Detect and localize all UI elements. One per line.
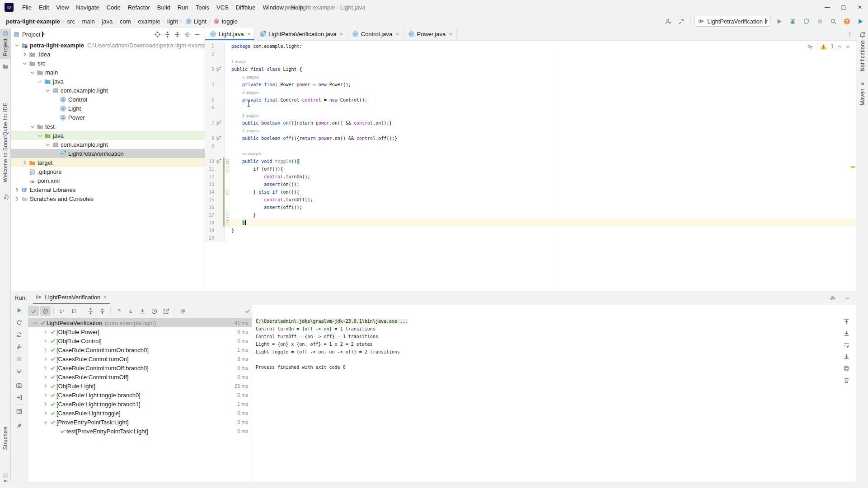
breadcrumb-item[interactable]: src [66,17,76,26]
editor-tab[interactable]: CLightPetraVerification.java✕ [255,28,347,40]
menu-vcs[interactable]: VCS [213,0,232,14]
editor-content[interactable]: 1package com.example.light;21 usage3publ… [205,41,856,291]
menu-view[interactable]: View [52,0,72,14]
chevron-down-icon[interactable]: ▾ [42,32,43,37]
code-line[interactable]: private final Control control = new Cont… [230,96,856,104]
menu-window[interactable]: Window [259,0,287,14]
code-line[interactable]: control.turnOff(); [230,196,856,204]
breadcrumb-item[interactable]: example [136,17,161,26]
notifications-bell-icon[interactable] [857,32,868,38]
code-line[interactable]: assert(on()); [230,181,856,188]
test-tree-row[interactable]: [ObjRule:Control]0 ms [28,336,252,345]
collapse-all-button[interactable] [97,306,108,316]
screenshot-button[interactable] [15,381,23,389]
code-line[interactable] [230,234,856,242]
close-icon[interactable]: ✕ [247,32,251,37]
project-tree-row[interactable]: petra-light-exampleC:\Users\admin\Downlo… [11,41,205,50]
project-tree-row[interactable]: test [11,122,205,131]
code-line[interactable]: 4 usages [230,88,856,96]
close-icon[interactable]: ✕ [339,32,343,37]
code-line[interactable]: 2 usages [230,112,856,119]
diffblue-gutter-icon[interactable] [215,135,222,142]
run-button[interactable] [774,16,784,26]
project-tree-row[interactable]: src [11,59,205,68]
editor-tab[interactable]: CPower.java✕ [404,28,457,40]
code-line[interactable]: no usages [230,150,856,158]
usage-annotation[interactable]: 4 usages [242,90,259,95]
test-tree-row[interactable]: [ProveEntryPointTask:Light]0 ms [28,418,252,427]
project-tree-row[interactable]: Scratches and Consoles [11,194,205,203]
usage-annotation[interactable]: 1 usage [231,60,246,64]
project-tree-row[interactable]: com.example.light [11,86,205,95]
menu-diffblue[interactable]: Diffblue [232,0,259,14]
show-passed-button[interactable] [28,306,39,316]
print-button[interactable] [843,365,850,372]
breadcrumb-item[interactable]: java [100,17,114,26]
diffblue-button[interactable] [855,16,865,26]
hammer-button[interactable] [676,16,686,26]
code-line[interactable]: } [230,219,856,227]
menu-file[interactable]: File [19,0,35,14]
diffblue-gutter-icon[interactable] [215,65,222,73]
hide-button[interactable] [192,29,202,39]
hide-button[interactable] [842,293,852,303]
chevron-right-icon[interactable] [14,187,20,193]
editor-tab[interactable]: CLight.java✕ [205,28,255,40]
fold-marker-icon[interactable] [225,219,230,227]
project-tree-row[interactable]: com.example.light [11,140,205,149]
sidebar-item-sonarqube[interactable]: Welcome to SonarQube for IDE [2,102,9,184]
diffblue-gutter-icon[interactable] [215,158,222,165]
folder-stripe-icon[interactable] [0,63,10,70]
tab-options-icon[interactable]: ⋮ [847,31,853,37]
code-line[interactable] [230,142,856,150]
rerun-button[interactable] [15,307,23,314]
test-tree-row[interactable]: [CaseRule:Light:toggle:branch0]5 ms [28,390,252,400]
menu-tools[interactable]: Tools [192,0,213,14]
usage-annotation[interactable]: no usages [242,152,261,156]
code-line[interactable]: private final Power power = new Power(); [230,81,856,88]
sort-alphabetically-button[interactable]: a [56,306,67,316]
project-header-title[interactable]: Project [22,31,40,38]
stop-button[interactable] [815,16,825,26]
inspections-icon[interactable] [807,43,814,50]
chevron-right-icon[interactable] [42,365,49,371]
code-line[interactable]: } [230,211,856,219]
expand-all-button[interactable] [162,29,172,39]
fold-marker-icon[interactable] [225,211,230,219]
close-icon[interactable]: ✕ [103,295,107,300]
code-line[interactable]: 2 usages [230,73,856,81]
code-line[interactable]: } else if (on()){ [230,188,856,196]
chevron-down-icon[interactable] [37,79,43,84]
chevron-right-icon[interactable] [42,383,49,389]
code-line[interactable] [230,50,856,58]
chevron-down-icon[interactable] [29,124,36,130]
test-tree-row[interactable]: LightPetraVerification(com.example.light… [28,318,252,327]
project-tree-row[interactable]: .idea [11,50,205,59]
scroll-down-button[interactable] [843,330,850,337]
usage-annotation[interactable]: 2 usages [242,75,259,79]
breadcrumb-item[interactable]: petra-light-example [5,17,61,26]
chevron-down-icon[interactable] [44,142,51,148]
rerun-failed-button[interactable] [15,319,23,326]
chevron-right-icon[interactable] [42,392,49,398]
fold-marker-icon[interactable] [225,158,230,165]
test-tree-row[interactable]: [CasesRule:Control:turnOff]0 ms [28,372,252,381]
paw-button[interactable] [15,367,23,375]
stop-button[interactable] [15,355,23,363]
project-tree-row[interactable]: CLightPetraVerification [11,149,205,158]
editor-tab[interactable]: CControl.java✕ [347,28,404,40]
code-line[interactable]: public void toggle(){ [230,158,856,165]
minimize-button[interactable]: — [819,0,835,14]
prev-warning-icon[interactable] [836,44,842,50]
coverage-button[interactable] [801,16,811,26]
breadcrumb-item[interactable]: CLight [184,17,208,26]
project-tree-row[interactable]: target [11,158,205,167]
run-tab[interactable]: LightPetraVerification ✕ [33,291,109,304]
auto-test-button[interactable] [15,331,23,339]
layout-button[interactable] [15,408,23,415]
chevron-down-icon[interactable] [32,320,39,326]
scroll-up-button[interactable] [843,318,850,325]
next-warning-icon[interactable] [845,44,851,50]
scroll-end-button[interactable] [843,353,850,360]
menu-code[interactable]: Code [103,0,124,14]
